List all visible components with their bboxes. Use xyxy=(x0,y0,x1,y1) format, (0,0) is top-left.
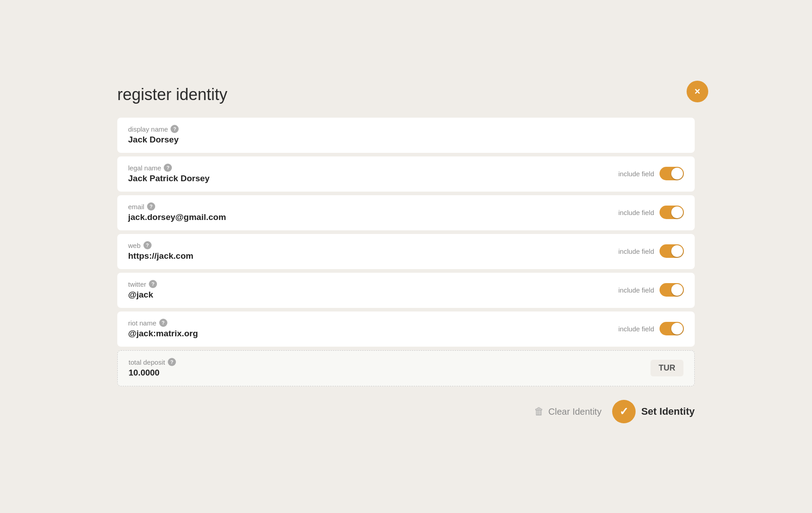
web-include-label: include field xyxy=(618,247,654,255)
footer: 🗑 Clear Identity ✓ Set Identity xyxy=(117,400,695,423)
set-identity-button[interactable]: ✓ Set Identity xyxy=(612,400,695,423)
clear-identity-label: Clear Identity xyxy=(549,407,602,417)
legal-name-label: legal name ? xyxy=(128,164,210,172)
dialog-title: register identity xyxy=(117,85,695,104)
web-help-icon[interactable]: ? xyxy=(143,241,152,249)
twitter-toggle-knob xyxy=(671,284,683,296)
web-label: web ? xyxy=(128,241,194,249)
close-button[interactable]: × xyxy=(687,81,708,102)
legal-name-toggle-knob xyxy=(671,168,683,179)
web-toggle-knob xyxy=(671,245,683,257)
deposit-field: total deposit ? 10.0000 TUR xyxy=(117,350,695,386)
legal-name-field: legal name ? Jack Patrick Dorsey include… xyxy=(117,156,695,192)
web-field: web ? https://jack.com include field xyxy=(117,234,695,269)
email-value: jack.dorsey@gmail.com xyxy=(128,212,226,222)
register-identity-dialog: register identity × display name ? Jack … xyxy=(90,67,722,446)
check-circle-icon: ✓ xyxy=(612,400,636,423)
riot-name-value: @jack:matrix.org xyxy=(128,329,198,339)
riot-name-toggle-knob xyxy=(671,323,683,334)
twitter-toggle[interactable] xyxy=(660,283,684,297)
riot-name-include-label: include field xyxy=(618,325,654,333)
deposit-currency: TUR xyxy=(651,360,683,376)
riot-name-label: riot name ? xyxy=(128,319,198,327)
legal-name-help-icon[interactable]: ? xyxy=(164,164,172,172)
legal-name-toggle[interactable] xyxy=(660,167,684,180)
display-name-label: display name ? xyxy=(128,125,179,133)
web-value: https://jack.com xyxy=(128,251,194,261)
deposit-help-icon[interactable]: ? xyxy=(168,358,176,366)
twitter-label: twitter ? xyxy=(128,280,157,288)
legal-name-include-label: include field xyxy=(618,170,654,178)
legal-name-value: Jack Patrick Dorsey xyxy=(128,174,210,183)
clear-identity-button[interactable]: 🗑 Clear Identity xyxy=(534,406,602,417)
riot-name-help-icon[interactable]: ? xyxy=(159,319,167,327)
trash-icon: 🗑 xyxy=(534,406,544,417)
twitter-field: twitter ? @jack include field xyxy=(117,273,695,308)
display-name-field: display name ? Jack Dorsey xyxy=(117,118,695,153)
fields-container: display name ? Jack Dorsey legal name ? … xyxy=(117,118,695,386)
email-field: email ? jack.dorsey@gmail.com include fi… xyxy=(117,195,695,230)
email-toggle[interactable] xyxy=(660,206,684,219)
deposit-value: 10.0000 xyxy=(129,368,176,378)
email-label: email ? xyxy=(128,202,226,211)
twitter-include-label: include field xyxy=(618,286,654,294)
display-name-value: Jack Dorsey xyxy=(128,135,179,145)
web-toggle[interactable] xyxy=(660,244,684,258)
twitter-value: @jack xyxy=(128,290,157,300)
email-toggle-knob xyxy=(671,206,683,218)
set-identity-label: Set Identity xyxy=(641,406,695,417)
deposit-label: total deposit ? xyxy=(129,358,176,366)
twitter-help-icon[interactable]: ? xyxy=(149,280,157,288)
riot-name-toggle[interactable] xyxy=(660,322,684,335)
checkmark-icon: ✓ xyxy=(619,405,628,418)
display-name-help-icon[interactable]: ? xyxy=(171,125,179,133)
email-help-icon[interactable]: ? xyxy=(147,202,155,211)
riot-name-field: riot name ? @jack:matrix.org include fie… xyxy=(117,311,695,347)
email-include-label: include field xyxy=(618,209,654,216)
